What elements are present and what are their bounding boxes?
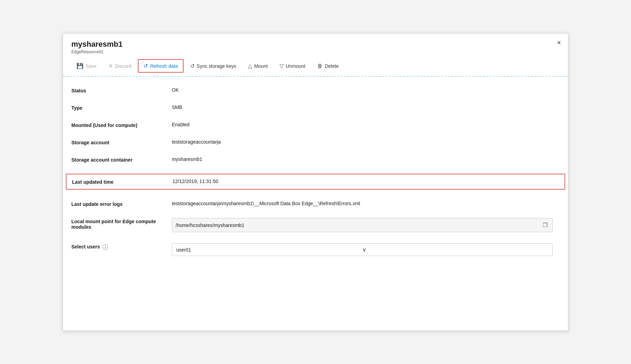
- sync-icon: ↺: [190, 63, 195, 69]
- type-label: Type: [71, 104, 172, 111]
- users-dropdown-value: user01: [176, 247, 362, 253]
- refresh-icon: ↺: [143, 63, 148, 69]
- save-button[interactable]: 💾 Save: [71, 60, 102, 72]
- error-logs-row: Last update error logs teststorageaccoun…: [71, 201, 560, 207]
- mount-point-label: Local mount point for Edge compute modul…: [71, 218, 172, 230]
- delete-icon: 🗑: [317, 63, 323, 69]
- type-value: SMB: [172, 104, 560, 110]
- status-label: Status: [71, 87, 172, 93]
- storage-account-label: Storage account: [71, 139, 172, 145]
- toolbar: 💾 Save ✕ Discard ↺ Refresh data ↺ Sync s…: [63, 56, 568, 77]
- mount-button[interactable]: △ Mount: [243, 60, 273, 72]
- main-panel: mysharesmb1 EdgeResource01 × 💾 Save ✕ Di…: [63, 33, 568, 331]
- type-row: Type SMB: [71, 104, 560, 111]
- storage-container-row: Storage account container mysharesmb1: [71, 156, 560, 163]
- unmount-label: Unmount: [286, 63, 305, 69]
- copy-button[interactable]: ❐: [541, 221, 549, 229]
- last-updated-label: Last updated time: [72, 179, 172, 185]
- storage-container-value: mysharesmb1: [172, 156, 560, 162]
- sync-storage-keys-button[interactable]: ↺ Sync storage keys: [185, 60, 241, 72]
- delete-label: Delete: [325, 63, 339, 69]
- error-logs-value: teststorageaccountarja\mysharesmb1\__Mic…: [172, 201, 560, 206]
- close-button[interactable]: ×: [557, 39, 561, 46]
- content-area: Status OK Type SMB Mounted (Used for com…: [63, 77, 568, 277]
- discard-label: Discard: [115, 63, 131, 69]
- sync-label: Sync storage keys: [197, 63, 236, 69]
- select-users-label: Select users i: [71, 243, 172, 250]
- discard-button[interactable]: ✕ Discard: [103, 60, 136, 72]
- mount-point-row: Local mount point for Edge compute modul…: [71, 218, 560, 232]
- chevron-down-icon: ∨: [362, 246, 548, 253]
- refresh-label: Refresh data: [150, 63, 178, 69]
- info-icon: i: [103, 244, 108, 250]
- panel-subtitle: EdgeResource01: [71, 49, 560, 54]
- panel-title: mysharesmb1: [71, 40, 560, 49]
- mounted-row: Mounted (Used for compute) Enabled: [71, 122, 560, 128]
- mount-point-value: /home/hcsshares/mysharesmb1: [176, 222, 541, 228]
- storage-container-label: Storage account container: [71, 156, 172, 163]
- refresh-button[interactable]: ↺ Refresh data: [138, 59, 183, 73]
- mounted-label: Mounted (Used for compute): [71, 122, 172, 128]
- error-logs-label: Last update error logs: [71, 201, 172, 207]
- save-label: Save: [86, 63, 97, 69]
- status-row: Status OK: [71, 87, 560, 93]
- unmount-icon: ▽: [279, 63, 284, 69]
- panel-header: mysharesmb1 EdgeResource01: [63, 34, 568, 56]
- mount-icon: △: [248, 63, 252, 69]
- unmount-button[interactable]: ▽ Unmount: [274, 60, 311, 72]
- mount-label: Mount: [254, 63, 268, 69]
- storage-account-row: Storage account teststorageaccountarja: [71, 139, 560, 145]
- users-dropdown[interactable]: user01 ∨: [172, 243, 553, 256]
- select-users-field[interactable]: user01 ∨: [172, 243, 560, 256]
- mount-point-field: /home/hcsshares/mysharesmb1 ❐: [172, 218, 553, 232]
- last-updated-value: 12/12/2019, 11:31:50: [172, 179, 559, 184]
- last-updated-row: Last updated time 12/12/2019, 11:31:50: [66, 174, 565, 190]
- discard-icon: ✕: [108, 63, 113, 69]
- storage-account-value: teststorageaccountarja: [172, 139, 560, 145]
- mounted-value: Enabled: [172, 122, 560, 127]
- status-value: OK: [172, 87, 560, 93]
- save-icon: 💾: [77, 63, 83, 69]
- delete-button[interactable]: 🗑 Delete: [312, 60, 344, 72]
- select-users-row: Select users i user01 ∨: [71, 243, 560, 256]
